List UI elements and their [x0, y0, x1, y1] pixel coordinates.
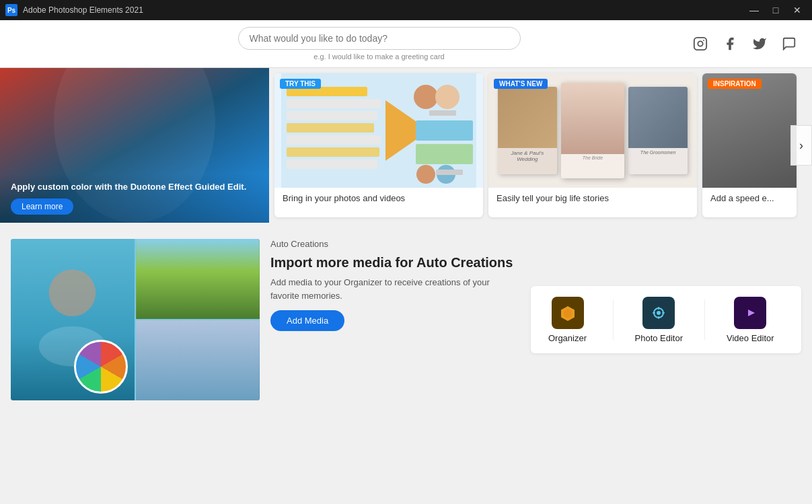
svg-rect-26 [136, 320, 259, 400]
feedback-icon[interactable] [780, 34, 799, 53]
carousel-section: Apply custom color with the Duotone Effe… [0, 68, 812, 223]
video-editor-label: Video Editor [727, 333, 774, 343]
feature-card-organizer[interactable]: TRY THIS [274, 73, 483, 217]
auto-creations-images [11, 239, 260, 400]
hero-card[interactable]: Apply custom color with the Duotone Effe… [0, 68, 269, 223]
card-badge-inspiration: INSPIRATION [708, 79, 762, 89]
card-badge-new: WHAT'S NEW [494, 79, 548, 89]
add-media-button[interactable]: Add Media [270, 310, 344, 331]
card-caption-1: Easily tell your big life stories [488, 188, 697, 209]
title-bar: Ps Adobe Photoshop Elements 2021 — □ ✕ [0, 0, 812, 20]
search-container: e.g. I would like to make a greeting car… [67, 27, 691, 61]
learn-more-button[interactable]: Learn more [11, 199, 73, 215]
svg-point-24 [49, 269, 96, 316]
social-icons [691, 34, 799, 53]
card-caption-2: Add a speed e... [702, 188, 797, 209]
app-launch-panel: Organizer Photo Editor [531, 286, 802, 353]
svg-rect-21 [436, 170, 463, 175]
pool-photo [11, 239, 135, 400]
svg-rect-10 [287, 123, 374, 133]
auto-creations-info: Auto Creations Import more media for Aut… [270, 239, 515, 400]
svg-point-2 [703, 40, 704, 41]
photo-editor-launch[interactable]: Photo Editor [635, 297, 684, 343]
window-controls: — □ ✕ [745, 3, 807, 17]
organizer-label: Organizer [548, 333, 587, 343]
app-icon: Ps [5, 4, 17, 16]
feature-card-speed[interactable]: INSPIRATION Add a speed e... [702, 73, 797, 217]
close-button[interactable]: ✕ [788, 3, 807, 17]
svg-rect-8 [287, 99, 381, 108]
svg-rect-18 [416, 144, 473, 164]
search-input[interactable] [238, 27, 521, 50]
photo-editor-icon [642, 297, 675, 329]
divider-1 [613, 299, 614, 340]
svg-point-1 [698, 41, 702, 46]
feature-cards: TRY THIS [269, 68, 812, 223]
toy-car-photo [136, 320, 260, 400]
svg-rect-25 [136, 239, 259, 319]
svg-point-19 [416, 165, 435, 184]
svg-rect-13 [287, 159, 377, 169]
divider-2 [704, 299, 705, 340]
hero-overlay: Apply custom color with the Duotone Effe… [0, 174, 269, 223]
card-image-speed [702, 73, 797, 188]
main-content: Apply custom color with the Duotone Effe… [0, 68, 812, 504]
card-badge-try: TRY THIS [280, 79, 321, 89]
organizer-launch[interactable]: Organizer [544, 297, 591, 343]
search-hint: e.g. I would like to make a greeting car… [313, 52, 444, 61]
svg-rect-9 [287, 111, 377, 120]
svg-point-15 [435, 85, 459, 109]
svg-rect-16 [429, 110, 456, 116]
photo-collage [11, 239, 260, 400]
color-wheel-overlay [74, 340, 128, 394]
auto-creations-title: Import more media for Auto Creations [270, 254, 515, 271]
auto-section: Auto Creations Import more media for Aut… [0, 228, 812, 400]
svg-rect-12 [287, 147, 379, 157]
auto-creations-label: Auto Creations [270, 239, 515, 249]
svg-rect-11 [287, 135, 381, 145]
svg-rect-17 [416, 120, 473, 141]
svg-point-31 [657, 311, 661, 315]
app-title: Adobe Photoshop Elements 2021 [23, 5, 143, 15]
card-caption-0: Bring in your photos and videos [274, 188, 483, 209]
video-editor-icon [734, 297, 766, 329]
feature-card-stories[interactable]: WHAT'S NEW Jane & Paul's Wedding The Bri… [488, 73, 697, 217]
maximize-button[interactable]: □ [766, 3, 785, 17]
title-bar-left: Ps Adobe Photoshop Elements 2021 [5, 4, 143, 16]
instagram-icon[interactable] [691, 34, 710, 53]
card-image-organizer [274, 73, 483, 188]
auto-creations-description: Add media to your Organizer to receive c… [270, 276, 515, 302]
kids-outdoor-photo [136, 239, 260, 319]
hero-title: Apply custom color with the Duotone Effe… [11, 182, 258, 193]
video-editor-launch[interactable]: Video Editor [727, 297, 774, 343]
header: e.g. I would like to make a greeting car… [0, 20, 812, 68]
photo-editor-label: Photo Editor [635, 333, 684, 343]
facebook-icon[interactable] [721, 34, 739, 53]
twitter-icon[interactable] [750, 34, 769, 53]
card-image-stories: Jane & Paul's Wedding The Bride The Groo… [488, 73, 697, 188]
organizer-icon [552, 297, 584, 329]
carousel-next-button[interactable]: › [790, 125, 812, 166]
svg-rect-0 [694, 38, 706, 50]
svg-point-14 [414, 85, 438, 109]
minimize-button[interactable]: — [745, 3, 764, 17]
